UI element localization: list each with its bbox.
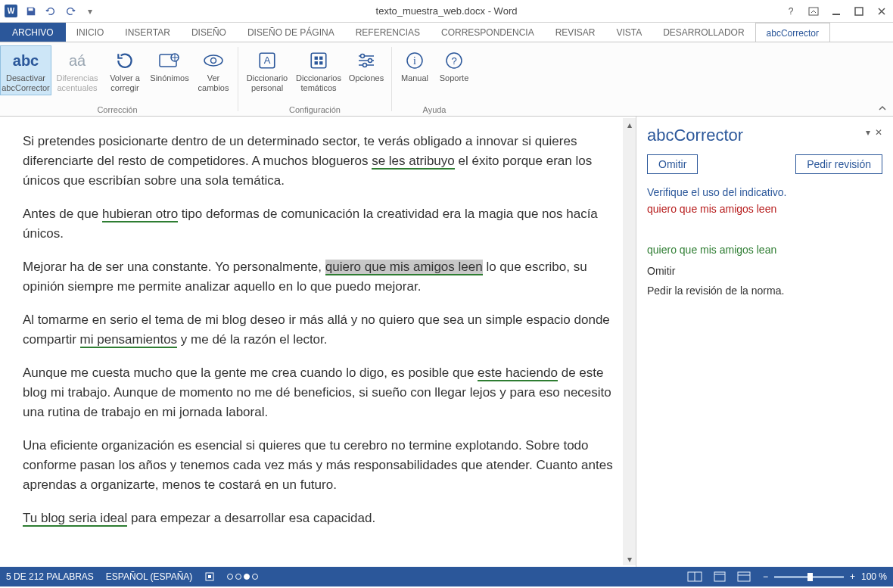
tab-diseno-pagina[interactable]: DISEÑO DE PÁGINA xyxy=(237,23,345,42)
window-title: texto_muestra_web.docx - Word xyxy=(0,5,893,17)
document-body[interactable]: Si pretendes posicionarte dentro de un d… xyxy=(0,117,636,557)
tab-desarrollador[interactable]: DESARROLLADOR xyxy=(652,23,755,42)
collapse-ribbon-icon[interactable] xyxy=(878,104,887,113)
scroll-up-icon[interactable]: ▴ xyxy=(623,118,636,131)
para-5[interactable]: Aunque me cuesta mucho que la gente me c… xyxy=(23,363,618,422)
ribbon-display-icon[interactable] xyxy=(807,5,820,18)
error-3-selected[interactable]: quiero que mis amigos leen xyxy=(325,260,483,275)
error-text: quiero que mis amigos leen xyxy=(647,203,882,215)
para-2[interactable]: Antes de que hubieran otro tipo deformas… xyxy=(23,204,618,244)
svg-rect-27 xyxy=(738,572,750,581)
zoom-slider[interactable] xyxy=(774,576,844,578)
pane-close-icon[interactable]: ✕ xyxy=(875,127,882,138)
para-4[interactable]: Al tomarme en serio el tema de mi blog d… xyxy=(23,310,618,350)
tab-archivo[interactable]: ARCHIVO xyxy=(0,23,66,42)
read-mode-icon[interactable] xyxy=(687,571,702,582)
web-layout-icon[interactable] xyxy=(737,571,751,582)
para-6[interactable]: Una eficiente organización es esencial s… xyxy=(23,436,618,495)
para-1[interactable]: Si pretendes posicionarte dentro de un d… xyxy=(23,132,618,191)
error-1[interactable]: se les atribuyo xyxy=(372,154,455,170)
pane-menu-icon[interactable]: ▾ xyxy=(866,127,870,138)
error-2[interactable]: hubieran otro xyxy=(102,207,178,222)
zoom-control: − + 100 % xyxy=(763,571,887,582)
tab-referencias[interactable]: REFERENCIAS xyxy=(345,23,431,42)
ribbon-group-ayuda: i Manual ? Soporte Ayuda xyxy=(395,42,474,116)
ribbon-manual[interactable]: i Manual xyxy=(395,45,434,95)
ribbon-separator xyxy=(238,47,238,111)
abc-icon: abc xyxy=(13,48,39,73)
zoom-value[interactable]: 100 % xyxy=(861,571,887,582)
ribbon-volver[interactable]: Volver a corregir xyxy=(103,45,147,95)
sliders-icon xyxy=(356,48,376,73)
omit-option[interactable]: Omitir xyxy=(647,265,882,277)
qat-customize-icon[interactable]: ▾ xyxy=(84,5,96,17)
tab-insertar[interactable]: INSERTAR xyxy=(114,23,181,42)
svg-rect-0 xyxy=(809,8,818,15)
pane-title: abcCorrector xyxy=(647,126,882,145)
ribbon-cambios[interactable]: Ver cambios xyxy=(192,45,235,95)
svg-rect-25 xyxy=(714,572,725,581)
ribbon-desactivar[interactable]: abc Desactivar abcCorrector xyxy=(0,45,51,95)
vertical-scrollbar[interactable]: ▴ ▾ xyxy=(623,118,636,565)
abccorrector-pane: abcCorrector ▾ ✕ Omitir Pedir revisión V… xyxy=(636,117,893,567)
zoom-thumb[interactable] xyxy=(807,573,813,581)
ribbon-group-configuracion: A Diccionario personal Diccionarios temá… xyxy=(241,42,388,116)
svg-point-14 xyxy=(361,54,365,58)
ribbon-soporte[interactable]: ? Soporte xyxy=(434,45,474,95)
error-5[interactable]: este haciendo xyxy=(478,366,558,381)
status-bar: 5 DE 212 PALABRAS ESPAÑOL (ESPAÑA) − + 1… xyxy=(0,567,893,586)
tab-abccorrector[interactable]: abcCorrector xyxy=(755,23,830,42)
tab-correspondencia[interactable]: CORRESPONDENCIA xyxy=(431,23,545,42)
save-icon[interactable] xyxy=(25,5,37,17)
book-globe-icon xyxy=(158,48,181,73)
document-pane[interactable]: Si pretendes posicionarte dentro de un d… xyxy=(0,117,636,567)
suggestion-option[interactable]: quiero que mis amigos lean xyxy=(647,244,882,256)
error-7[interactable]: Tu blog seria ideal xyxy=(23,511,127,527)
ribbon-dicc-personal[interactable]: A Diccionario personal xyxy=(241,45,293,95)
svg-rect-9 xyxy=(311,53,326,68)
error-4[interactable]: mi pensamientos xyxy=(80,332,178,348)
maximize-icon[interactable] xyxy=(852,5,866,18)
view-switcher xyxy=(687,571,751,582)
word-app-icon: W xyxy=(5,5,17,17)
svg-rect-13 xyxy=(319,61,322,64)
rule-review-option[interactable]: Pedir la revisión de la norma. xyxy=(647,285,882,297)
svg-rect-11 xyxy=(319,57,322,60)
ribbon-sinonimos[interactable]: Sinónimos xyxy=(147,45,192,95)
language-status[interactable]: ESPAÑOL (ESPAÑA) xyxy=(106,571,192,582)
minimize-icon[interactable] xyxy=(829,5,843,18)
tab-inicio[interactable]: INICIO xyxy=(66,23,115,42)
help-icon[interactable]: ? xyxy=(784,5,798,18)
accent-diff-icon: aá xyxy=(69,48,86,73)
tab-revisar[interactable]: REVISAR xyxy=(545,23,606,42)
svg-point-6 xyxy=(211,58,216,64)
tab-diseno[interactable]: DISEÑO xyxy=(181,23,237,42)
svg-rect-22 xyxy=(208,575,211,578)
ribbon-dicc-tematicos[interactable]: Diccionarios temáticos xyxy=(293,45,344,95)
window-controls: ? xyxy=(784,0,888,22)
para-7[interactable]: Tu blog seria ideal para empezar a desar… xyxy=(23,509,618,528)
omit-button[interactable]: Omitir xyxy=(647,154,698,174)
page-dots[interactable] xyxy=(227,574,258,580)
quick-access-toolbar: ▾ xyxy=(25,5,96,17)
macro-recorder-icon[interactable] xyxy=(204,571,215,582)
info-icon: i xyxy=(406,48,424,73)
print-layout-icon[interactable] xyxy=(713,571,727,582)
zoom-in-icon[interactable]: + xyxy=(850,571,855,582)
book-grid-icon xyxy=(309,48,328,73)
undo-icon[interactable] xyxy=(45,5,57,17)
svg-text:i: i xyxy=(413,55,416,67)
group-label-configuracion: Configuración xyxy=(289,105,341,116)
svg-point-5 xyxy=(204,55,222,66)
word-count[interactable]: 5 DE 212 PALABRAS xyxy=(6,571,94,582)
request-review-button[interactable]: Pedir revisión xyxy=(795,154,882,174)
scroll-down-icon[interactable]: ▾ xyxy=(623,552,636,565)
redo-icon[interactable] xyxy=(64,5,76,17)
zoom-out-icon[interactable]: − xyxy=(763,571,768,582)
help-icon: ? xyxy=(445,48,463,73)
ribbon-diferencias[interactable]: aá Diferencias acentuales xyxy=(51,45,103,95)
close-icon[interactable] xyxy=(875,5,888,18)
para-3[interactable]: Mejorar ha de ser una constante. Yo pers… xyxy=(23,257,618,297)
tab-vista[interactable]: VISTA xyxy=(605,23,652,42)
ribbon-opciones[interactable]: Opciones xyxy=(344,45,388,95)
